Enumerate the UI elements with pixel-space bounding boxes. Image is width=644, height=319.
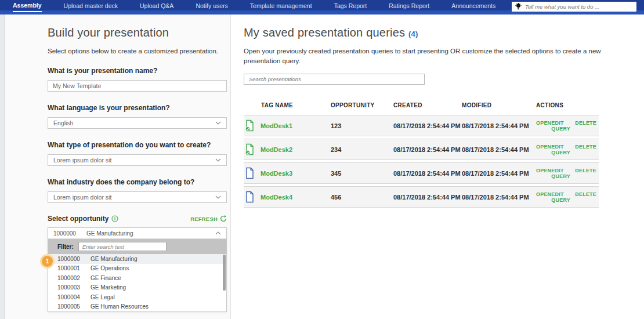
nav-item-label: Assembly bbox=[13, 2, 42, 12]
selected-opportunity-id: 1000000 bbox=[53, 230, 76, 237]
col-header-tag-name: TAG NAME bbox=[244, 102, 331, 108]
nav-item-label: Upload master deck bbox=[64, 2, 118, 12]
created-cell: 08/17/2018 2:54:44 PM bbox=[393, 194, 462, 201]
option-id: 1000004 bbox=[48, 294, 80, 300]
option-name: GE Marketing bbox=[80, 284, 126, 291]
col-header-opportunity: OPPORTUNITY bbox=[331, 102, 393, 108]
language-select[interactable]: English bbox=[48, 117, 227, 129]
chevron-down-icon bbox=[215, 195, 221, 199]
option-name: GE Manufacturing bbox=[80, 256, 138, 262]
opportunity-option-1000001[interactable]: 1000001GE Operations bbox=[48, 264, 226, 274]
document-check-icon bbox=[245, 143, 255, 155]
collapsed-left-rail bbox=[0, 14, 5, 319]
open-button[interactable]: OPEN bbox=[536, 144, 551, 155]
tag-name-link[interactable]: ModDesk3 bbox=[261, 170, 292, 177]
select-opportunity-label: Select opportunity bbox=[48, 215, 118, 223]
nav-search[interactable] bbox=[512, 2, 636, 12]
select-opportunity-label-text: Select opportunity bbox=[48, 215, 108, 223]
open-button[interactable]: OPEN bbox=[536, 191, 551, 203]
document-icon bbox=[245, 167, 255, 179]
industry-label: What industry does the company belong to… bbox=[48, 178, 227, 186]
document-check-icon bbox=[245, 119, 255, 132]
presentation-name-label: What is your presentation name? bbox=[48, 67, 227, 75]
tag-name-cell: ModDesk4 bbox=[244, 191, 331, 203]
table-row: ModDesk445608/17/2018 2:54:44 PM08/17/20… bbox=[244, 186, 599, 208]
refresh-button[interactable]: REFRESH bbox=[190, 215, 227, 222]
opportunity-option-1000003[interactable]: 1000003GE Marketing bbox=[48, 283, 226, 293]
option-id: 1000005 bbox=[48, 303, 80, 310]
edit-query-button[interactable]: EDIT QUERY bbox=[551, 144, 575, 155]
nav-item-upload-q-a[interactable]: Upload Q&A bbox=[140, 0, 173, 12]
delete-button[interactable]: DELETE bbox=[575, 144, 596, 155]
option-id: 1000001 bbox=[48, 265, 80, 271]
scrollbar-thumb[interactable] bbox=[223, 255, 226, 291]
right-panel-title: My saved presentation queries (4) bbox=[244, 26, 644, 39]
modified-cell: 08/17/2018 2:54:44 PM bbox=[462, 146, 536, 153]
nav-item-label: Notify users bbox=[196, 2, 227, 12]
industry-select[interactable]: Lorem ipsum dolor sit bbox=[48, 191, 227, 203]
created-cell: 08/17/2018 2:54:44 PM bbox=[393, 146, 462, 153]
presentation-type-select[interactable]: Lorem ipsum dolor sit bbox=[48, 154, 227, 166]
opportunity-filter-input[interactable] bbox=[78, 242, 167, 251]
tag-name-link[interactable]: ModDesk4 bbox=[261, 194, 292, 201]
opportunity-combobox-header[interactable]: 1000000 GE Manufacturing bbox=[48, 228, 226, 239]
nav-item-ratings-report[interactable]: Ratings Report bbox=[389, 0, 429, 12]
option-id: 1000002 bbox=[48, 275, 80, 281]
nav-item-template-management[interactable]: Template management bbox=[250, 0, 312, 12]
left-panel-title: Build your presentation bbox=[48, 26, 230, 39]
opportunity-options-list: 1 1000000GE Manufacturing1000001GE Opera… bbox=[48, 254, 226, 311]
nav-item-label: Upload Q&A bbox=[140, 2, 173, 12]
industry-select-value: Lorem ipsum dolor sit bbox=[53, 194, 111, 201]
table-row: ModDesk223408/17/2018 2:54:44 PM08/17/20… bbox=[244, 139, 599, 160]
edit-query-button[interactable]: EDIT QUERY bbox=[551, 168, 575, 179]
select-opportunity-row: Select opportunity REFRESH bbox=[48, 215, 227, 223]
table-row: ModDesk112308/17/2018 2:54:44 PM08/17/20… bbox=[244, 115, 599, 136]
opportunity-option-1000005[interactable]: 1000005GE Human Resources bbox=[48, 302, 226, 312]
delete-button[interactable]: DELETE bbox=[575, 191, 596, 203]
nav-item-announcements[interactable]: Announcements bbox=[451, 0, 495, 12]
refresh-icon bbox=[220, 215, 227, 222]
tag-name-link[interactable]: ModDesk1 bbox=[261, 122, 292, 129]
edit-query-button[interactable]: EDIT QUERY bbox=[551, 191, 575, 203]
search-presentations-input[interactable] bbox=[244, 74, 425, 85]
page: AssemblyUpload master deckUpload Q&ANoti… bbox=[0, 0, 644, 319]
modified-cell: 08/17/2018 2:54:44 PM bbox=[462, 170, 536, 177]
nav-item-assembly[interactable]: Assembly bbox=[13, 0, 42, 12]
modified-cell: 08/17/2018 2:54:44 PM bbox=[462, 194, 536, 201]
option-name: GE Legal bbox=[80, 294, 115, 300]
nav-item-upload-master-deck[interactable]: Upload master deck bbox=[64, 0, 118, 12]
opportunity-option-1000004[interactable]: 1000004GE Legal bbox=[48, 292, 226, 302]
open-button[interactable]: OPEN bbox=[536, 168, 551, 179]
table-body: ModDesk112308/17/2018 2:54:44 PM08/17/20… bbox=[244, 115, 599, 208]
presentation-name-input[interactable] bbox=[48, 80, 227, 92]
nav-item-label: Ratings Report bbox=[389, 2, 429, 12]
opportunity-cell: 123 bbox=[331, 122, 393, 129]
delete-button[interactable]: DELETE bbox=[575, 120, 596, 132]
right-panel-title-text: My saved presentation queries bbox=[244, 26, 405, 39]
open-button[interactable]: OPEN bbox=[536, 120, 551, 132]
opportunity-option-1000002[interactable]: 1000002GE Finance bbox=[48, 273, 226, 283]
delete-button[interactable]: DELETE bbox=[575, 168, 596, 179]
refresh-label: REFRESH bbox=[190, 216, 218, 222]
chevron-down-icon bbox=[215, 158, 221, 162]
opportunity-option-1000000[interactable]: 1000000GE Manufacturing bbox=[48, 254, 226, 264]
tag-name-cell: ModDesk1 bbox=[244, 119, 331, 132]
info-icon[interactable] bbox=[111, 215, 118, 222]
edit-query-button[interactable]: EDIT QUERY bbox=[551, 120, 575, 132]
nav-item-notify-users[interactable]: Notify users bbox=[196, 0, 227, 12]
nav-search-input[interactable] bbox=[525, 3, 633, 10]
col-header-modified: MODIFIED bbox=[462, 102, 536, 108]
saved-queries-panel: My saved presentation queries (4) Open y… bbox=[231, 14, 644, 319]
nav-item-tags-report[interactable]: Tags Report bbox=[334, 0, 367, 12]
option-id: 1000000 bbox=[48, 256, 80, 262]
created-cell: 08/17/2018 2:54:44 PM bbox=[393, 122, 462, 129]
build-form: What is your presentation name? What lan… bbox=[48, 67, 227, 319]
tag-name-link[interactable]: ModDesk2 bbox=[261, 146, 292, 153]
nav-item-label: Template management bbox=[250, 2, 312, 12]
table-header-row: TAG NAME OPPORTUNITY CREATED MODIFIED AC… bbox=[244, 102, 599, 115]
selected-opportunity-name: GE Manufacturing bbox=[86, 230, 205, 237]
opportunity-combobox: 1000000 GE Manufacturing Filter: 1 10000… bbox=[48, 227, 227, 312]
opportunity-cell: 456 bbox=[331, 194, 393, 201]
tag-name-cell: ModDesk2 bbox=[244, 143, 331, 155]
saved-queries-table: TAG NAME OPPORTUNITY CREATED MODIFIED AC… bbox=[244, 102, 599, 208]
